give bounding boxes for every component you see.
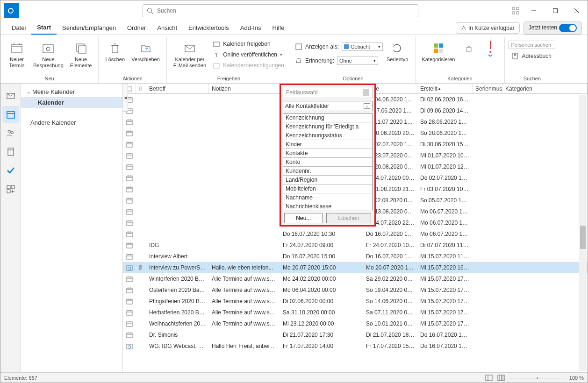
new-items-button[interactable]: Neue Elemente xyxy=(67,39,94,71)
minimize-button[interactable] xyxy=(523,0,545,21)
soon-available-link[interactable]: In Kürze verfügbar xyxy=(456,22,520,34)
svg-rect-43 xyxy=(7,185,10,189)
zoom-level: 100 % xyxy=(569,375,584,381)
menu-dev[interactable]: Entwicklertools xyxy=(183,21,235,35)
close-button[interactable] xyxy=(566,0,588,21)
field-chooser-item[interactable]: Kennzeichnung xyxy=(283,113,372,122)
view-reading-icon[interactable] xyxy=(497,375,505,381)
rail-calendar-icon[interactable] xyxy=(2,106,19,123)
field-chooser-close-button[interactable] xyxy=(363,89,369,96)
field-chooser-item[interactable]: Kennzeichnungsstatus xyxy=(283,131,372,140)
view-normal-icon[interactable] xyxy=(485,375,493,381)
calendar-folder[interactable]: Kalender xyxy=(21,97,122,108)
other-calendars-header[interactable]: Andere Kalender xyxy=(21,117,122,128)
rail-mail-icon[interactable] xyxy=(2,87,19,104)
share-grid-icon[interactable] xyxy=(512,0,519,21)
address-book-button[interactable]: Adressbuch xyxy=(509,51,555,61)
table-row[interactable]: Interview zu PowerStoreHallo, wie eben t… xyxy=(123,262,588,273)
menu-hilfe[interactable]: Hilfe xyxy=(267,21,290,35)
menu-start[interactable]: Start xyxy=(31,21,57,35)
col-attachment[interactable] xyxy=(136,84,146,93)
maximize-button[interactable] xyxy=(545,0,566,21)
field-chooser-delete-button[interactable]: Löschen xyxy=(326,213,371,223)
field-chooser-item[interactable]: Kontakte xyxy=(283,149,372,158)
col-categories[interactable]: Kategorien xyxy=(502,84,588,93)
ribbon-group-share: Freigeben xyxy=(171,75,287,83)
field-chooser-item[interactable]: Nachname xyxy=(283,193,372,202)
move-button[interactable]: Verschieben xyxy=(129,39,163,64)
menu-senden[interactable]: Senden/Empfangen xyxy=(57,21,122,35)
recurrence-button[interactable]: Serientyp xyxy=(384,39,411,64)
svg-rect-28 xyxy=(439,43,443,48)
svg-rect-61 xyxy=(127,131,132,136)
folder-navigation: ⌄Meine Kalender Kalender Andere Kalender xyxy=(21,84,123,372)
svg-rect-65 xyxy=(127,142,132,147)
field-chooser-item[interactable]: Konto xyxy=(283,158,372,167)
scrollbar[interactable] xyxy=(579,95,587,371)
svg-rect-12 xyxy=(12,44,22,53)
field-chooser-item[interactable]: Mobiltelefon xyxy=(283,184,372,193)
calendar-email-button[interactable]: Kalender per E-Mail senden xyxy=(171,39,209,71)
svg-rect-6 xyxy=(512,12,515,14)
svg-rect-4 xyxy=(512,7,515,10)
field-chooser-list[interactable]: KennzeichnungKennzeichnung für 'Erledigt… xyxy=(283,113,373,210)
col-subject[interactable]: Betreff xyxy=(146,84,209,93)
svg-rect-24 xyxy=(214,42,219,47)
table-row[interactable]: Pfingstferien 2020 BayernAlle Termine au… xyxy=(123,296,588,307)
field-chooser-item[interactable]: Kinder xyxy=(283,140,372,149)
show-as-combo[interactable]: Gebucht▾ xyxy=(342,43,383,51)
col-series[interactable]: Serienmus... xyxy=(473,84,502,93)
new-appointment-button[interactable]: Neuer Termin xyxy=(4,39,29,71)
zoom-slider[interactable]: ─ ──────•────── + xyxy=(509,375,565,381)
field-chooser-item[interactable]: Nachrichtenklasse xyxy=(283,202,372,210)
table-row[interactable]: Osterferien 2020 BayernAlle Termine auf … xyxy=(123,284,588,296)
table-row[interactable]: Dr. SimonisDi 21.07.2020 17:30Di 21.07.2… xyxy=(123,329,588,340)
svg-point-40 xyxy=(11,132,13,134)
test-now-button[interactable]: Jetzt testen xyxy=(523,21,582,35)
field-chooser-new-button[interactable]: Neu... xyxy=(284,213,323,223)
test-toggle[interactable] xyxy=(559,24,577,32)
field-chooser-category-combo[interactable]: Alle Kontaktfelder⌄ xyxy=(283,101,373,111)
delete-button[interactable]: Löschen xyxy=(102,39,128,64)
table-row[interactable]: Do 16.07.2020 10:30Do 16.07.2020 11:00Mo… xyxy=(123,228,588,240)
my-calendars-header[interactable]: ⌄Meine Kalender xyxy=(21,86,122,97)
menu-datei[interactable]: Datei xyxy=(6,21,31,35)
svg-rect-77 xyxy=(127,176,132,181)
table-row[interactable]: Interview AlbertDo 16.07.2020 15:00Do 16… xyxy=(123,251,588,262)
field-chooser-item[interactable]: Kennzeichnung für 'Erledigt a xyxy=(283,122,372,131)
col-notes[interactable]: Notizen xyxy=(209,84,280,93)
main-content: ◀ Betreff Notizen Beginn Ende Erstellt ▲… xyxy=(123,84,588,372)
outlook-app-icon xyxy=(4,3,19,18)
search-input[interactable]: Suchen xyxy=(143,4,418,17)
table-row[interactable]: Herbstferien 2020 BayernAlle Termine auf… xyxy=(123,307,588,318)
share-calendar-button[interactable]: Kalender freigeben xyxy=(210,39,287,49)
field-chooser-item[interactable]: Land/Region xyxy=(283,176,372,184)
importance-button[interactable] xyxy=(480,39,501,58)
reminder-combo[interactable]: Ohne▾ xyxy=(337,57,378,65)
table-row[interactable]: Weihnachtsferien 2020 B...Alle Termine a… xyxy=(123,318,588,329)
col-created[interactable]: Erstellt ▲ xyxy=(417,84,473,93)
search-people-input[interactable]: Personen suchen xyxy=(509,41,555,49)
table-row[interactable]: IDGFr 24.07.2020 09:00Fr 24.07.2020 10:0… xyxy=(123,240,588,251)
ribbon-group-search: Suchen xyxy=(509,75,555,83)
menu-ansicht[interactable]: Ansicht xyxy=(151,21,183,35)
table-row[interactable]: WG: IDG Webcast, Absti...Hallo Herr Frei… xyxy=(123,340,588,352)
svg-rect-41 xyxy=(8,148,14,156)
private-button[interactable] xyxy=(459,39,479,58)
ribbon-group-actions: Aktionen xyxy=(102,75,163,83)
rail-tasks-icon[interactable] xyxy=(2,162,19,179)
new-meeting-button[interactable]: Neue Besprechung xyxy=(30,39,66,71)
collapse-nav-button[interactable]: ◀ xyxy=(123,84,128,112)
calendar-permissions-button[interactable]: Kalenderberechtigungen xyxy=(210,60,287,71)
menu-addins[interactable]: Add-Ins xyxy=(235,21,267,35)
rail-notes-icon[interactable] xyxy=(2,143,19,160)
publish-online-button[interactable]: Online veröffentlichen▾ xyxy=(210,50,287,60)
ribbon: Neuer Termin Neue Besprechung Neue Eleme… xyxy=(0,35,588,84)
field-chooser-item[interactable]: Kundennr. xyxy=(283,167,372,176)
menu-ordner[interactable]: Ordner xyxy=(122,21,151,35)
categorize-button[interactable]: Kategorisieren xyxy=(419,39,458,64)
table-row[interactable]: Winterferien 2020 BayernAlle Termine auf… xyxy=(123,273,588,284)
rail-people-icon[interactable] xyxy=(2,125,19,142)
rail-apps-icon[interactable] xyxy=(2,181,19,198)
svg-rect-26 xyxy=(296,44,301,50)
